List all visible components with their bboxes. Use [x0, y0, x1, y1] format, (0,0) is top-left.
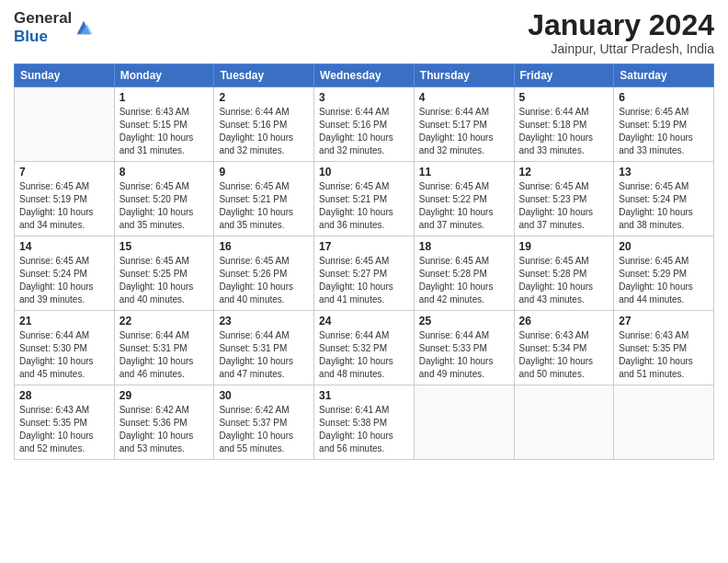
day-info: Sunrise: 6:43 AMSunset: 5:35 PMDaylight:…: [19, 404, 109, 455]
day-number: 24: [319, 315, 409, 327]
day-info: Sunrise: 6:45 AMSunset: 5:22 PMDaylight:…: [419, 180, 509, 232]
calendar-cell: 17Sunrise: 6:45 AMSunset: 5:27 PMDayligh…: [314, 236, 415, 311]
day-info: Sunrise: 6:44 AMSunset: 5:31 PMDaylight:…: [219, 329, 309, 381]
calendar-cell: 18Sunrise: 6:45 AMSunset: 5:28 PMDayligh…: [414, 236, 514, 311]
subtitle: Jainpur, Uttar Pradesh, India: [528, 41, 714, 56]
day-info: Sunrise: 6:45 AMSunset: 5:21 PMDaylight:…: [319, 180, 409, 232]
calendar-cell: 24Sunrise: 6:44 AMSunset: 5:32 PMDayligh…: [314, 311, 415, 385]
calendar-header-thursday: Thursday: [414, 64, 514, 87]
day-info: Sunrise: 6:44 AMSunset: 5:18 PMDaylight:…: [519, 106, 609, 157]
day-info: Sunrise: 6:43 AMSunset: 5:15 PMDaylight:…: [119, 106, 210, 157]
day-number: 5: [519, 91, 609, 104]
calendar-cell: 19Sunrise: 6:45 AMSunset: 5:28 PMDayligh…: [514, 236, 614, 311]
page: General Blue January 2024 Jainpur, Uttar…: [0, 0, 728, 563]
calendar-header-wednesday: Wednesday: [314, 64, 415, 87]
calendar-cell: 10Sunrise: 6:45 AMSunset: 5:21 PMDayligh…: [314, 162, 415, 236]
day-info: Sunrise: 6:45 AMSunset: 5:28 PMDaylight:…: [519, 255, 609, 306]
day-info: Sunrise: 6:45 AMSunset: 5:27 PMDaylight:…: [319, 255, 409, 306]
day-info: Sunrise: 6:45 AMSunset: 5:24 PMDaylight:…: [619, 180, 709, 232]
logo-icon: [74, 17, 94, 38]
logo-blue: Blue: [14, 28, 72, 46]
day-number: 11: [419, 166, 509, 178]
day-number: 17: [319, 240, 409, 253]
day-number: 12: [519, 166, 609, 178]
logo-text: General Blue: [14, 9, 72, 47]
day-info: Sunrise: 6:43 AMSunset: 5:34 PMDaylight:…: [519, 329, 609, 381]
day-number: 20: [619, 240, 709, 253]
calendar-cell: 29Sunrise: 6:42 AMSunset: 5:36 PMDayligh…: [114, 385, 214, 460]
calendar-header-row: SundayMondayTuesdayWednesdayThursdayFrid…: [15, 64, 714, 87]
calendar-cell: 5Sunrise: 6:44 AMSunset: 5:18 PMDaylight…: [514, 87, 614, 162]
calendar-cell: 25Sunrise: 6:44 AMSunset: 5:33 PMDayligh…: [414, 311, 514, 385]
calendar-cell: 8Sunrise: 6:45 AMSunset: 5:20 PMDaylight…: [114, 162, 214, 236]
calendar-week-row: 14Sunrise: 6:45 AMSunset: 5:24 PMDayligh…: [15, 236, 714, 311]
day-number: 2: [219, 91, 309, 104]
calendar-cell: 27Sunrise: 6:43 AMSunset: 5:35 PMDayligh…: [614, 311, 714, 385]
day-info: Sunrise: 6:45 AMSunset: 5:29 PMDaylight:…: [619, 255, 709, 306]
logo-general: General: [14, 9, 72, 28]
day-info: Sunrise: 6:45 AMSunset: 5:25 PMDaylight:…: [119, 255, 210, 306]
calendar-cell: 1Sunrise: 6:43 AMSunset: 5:15 PMDaylight…: [114, 87, 214, 162]
calendar-cell: [514, 385, 614, 460]
calendar-header-tuesday: Tuesday: [214, 64, 314, 87]
calendar-cell: 22Sunrise: 6:44 AMSunset: 5:31 PMDayligh…: [114, 311, 214, 385]
day-info: Sunrise: 6:42 AMSunset: 5:37 PMDaylight:…: [219, 404, 309, 455]
calendar-cell: 14Sunrise: 6:45 AMSunset: 5:24 PMDayligh…: [15, 236, 115, 311]
day-number: 15: [119, 240, 210, 253]
calendar-header-friday: Friday: [514, 64, 614, 87]
calendar-header-sunday: Sunday: [15, 64, 115, 87]
day-number: 6: [619, 91, 709, 104]
day-info: Sunrise: 6:45 AMSunset: 5:26 PMDaylight:…: [219, 255, 309, 306]
calendar-week-row: 7Sunrise: 6:45 AMSunset: 5:19 PMDaylight…: [15, 162, 714, 236]
day-number: 18: [419, 240, 509, 253]
day-info: Sunrise: 6:42 AMSunset: 5:36 PMDaylight:…: [119, 404, 210, 455]
calendar-cell: 7Sunrise: 6:45 AMSunset: 5:19 PMDaylight…: [15, 162, 115, 236]
calendar-cell: [614, 385, 714, 460]
day-info: Sunrise: 6:45 AMSunset: 5:20 PMDaylight:…: [119, 180, 210, 232]
calendar-cell: 30Sunrise: 6:42 AMSunset: 5:37 PMDayligh…: [214, 385, 314, 460]
day-number: 21: [19, 315, 109, 327]
day-number: 1: [119, 91, 210, 104]
day-info: Sunrise: 6:44 AMSunset: 5:33 PMDaylight:…: [419, 329, 509, 381]
header: General Blue January 2024 Jainpur, Uttar…: [14, 9, 714, 56]
day-info: Sunrise: 6:44 AMSunset: 5:16 PMDaylight:…: [219, 106, 309, 157]
day-number: 23: [219, 315, 309, 327]
day-number: 9: [219, 166, 309, 178]
day-number: 27: [619, 315, 709, 327]
day-number: 7: [19, 166, 109, 178]
day-info: Sunrise: 6:45 AMSunset: 5:24 PMDaylight:…: [19, 255, 109, 306]
calendar-cell: 21Sunrise: 6:44 AMSunset: 5:30 PMDayligh…: [15, 311, 115, 385]
day-info: Sunrise: 6:43 AMSunset: 5:35 PMDaylight:…: [619, 329, 709, 381]
day-number: 14: [19, 240, 109, 253]
day-number: 10: [319, 166, 409, 178]
calendar-week-row: 28Sunrise: 6:43 AMSunset: 5:35 PMDayligh…: [15, 385, 714, 460]
calendar-cell: 16Sunrise: 6:45 AMSunset: 5:26 PMDayligh…: [214, 236, 314, 311]
day-number: 3: [319, 91, 409, 104]
day-number: 13: [619, 166, 709, 178]
calendar-cell: 26Sunrise: 6:43 AMSunset: 5:34 PMDayligh…: [514, 311, 614, 385]
day-number: 4: [419, 91, 509, 104]
calendar-cell: 3Sunrise: 6:44 AMSunset: 5:16 PMDaylight…: [314, 87, 415, 162]
day-number: 31: [319, 389, 409, 402]
calendar-header-monday: Monday: [114, 64, 214, 87]
day-info: Sunrise: 6:45 AMSunset: 5:23 PMDaylight:…: [519, 180, 609, 232]
day-number: 8: [119, 166, 210, 178]
calendar-cell: 2Sunrise: 6:44 AMSunset: 5:16 PMDaylight…: [214, 87, 314, 162]
day-info: Sunrise: 6:44 AMSunset: 5:17 PMDaylight:…: [419, 106, 509, 157]
day-info: Sunrise: 6:45 AMSunset: 5:28 PMDaylight:…: [419, 255, 509, 306]
calendar-cell: 31Sunrise: 6:41 AMSunset: 5:38 PMDayligh…: [314, 385, 415, 460]
day-info: Sunrise: 6:44 AMSunset: 5:32 PMDaylight:…: [319, 329, 409, 381]
title-block: January 2024 Jainpur, Uttar Pradesh, Ind…: [528, 9, 714, 56]
calendar-cell: 9Sunrise: 6:45 AMSunset: 5:21 PMDaylight…: [214, 162, 314, 236]
day-info: Sunrise: 6:44 AMSunset: 5:31 PMDaylight:…: [119, 329, 210, 381]
month-title: January 2024: [528, 9, 714, 41]
calendar-cell: 4Sunrise: 6:44 AMSunset: 5:17 PMDaylight…: [414, 87, 514, 162]
calendar-week-row: 1Sunrise: 6:43 AMSunset: 5:15 PMDaylight…: [15, 87, 714, 162]
calendar-week-row: 21Sunrise: 6:44 AMSunset: 5:30 PMDayligh…: [15, 311, 714, 385]
day-number: 28: [19, 389, 109, 402]
calendar-cell: 28Sunrise: 6:43 AMSunset: 5:35 PMDayligh…: [15, 385, 115, 460]
day-number: 22: [119, 315, 210, 327]
calendar-cell: [15, 87, 115, 162]
day-info: Sunrise: 6:41 AMSunset: 5:38 PMDaylight:…: [319, 404, 409, 455]
day-number: 26: [519, 315, 609, 327]
